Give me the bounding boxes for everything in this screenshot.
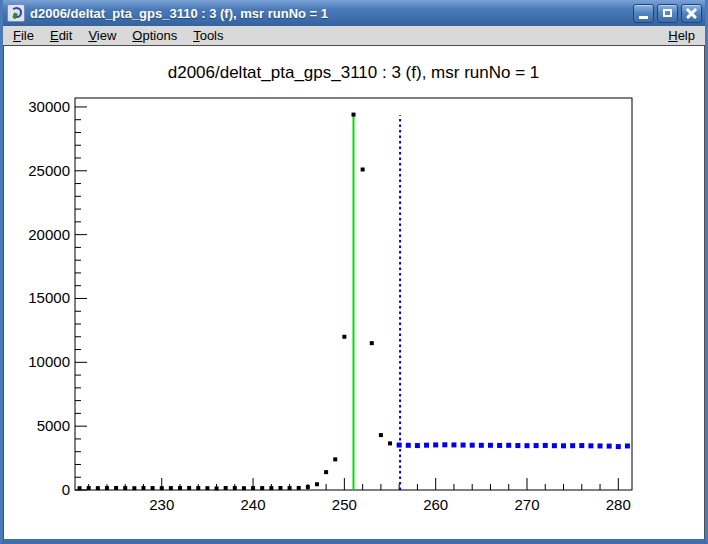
theory-points <box>506 443 511 448</box>
histogram-points <box>269 486 273 490</box>
histogram-points <box>251 486 255 490</box>
y-tick-label: 30000 <box>28 98 70 115</box>
histogram-points <box>224 486 228 490</box>
histogram-points <box>379 433 383 437</box>
histogram-points <box>141 486 145 490</box>
menu-item-edit[interactable]: Edit <box>42 27 80 44</box>
theory-points <box>397 443 402 448</box>
root-canvas-window: d2006/deltat_pta_gps_3110 : 3 (f), msr r… <box>0 0 708 544</box>
y-tick-label: 0 <box>62 481 70 498</box>
theory-points <box>543 443 548 448</box>
menu-left: FileEditViewOptionsTools <box>5 27 660 44</box>
theory-points <box>433 442 438 447</box>
histogram-points <box>205 486 209 490</box>
theory-points <box>451 442 456 447</box>
menu-item-view[interactable]: View <box>80 27 124 44</box>
window-title: d2006/deltat_pta_gps_3110 : 3 (f), msr r… <box>30 6 628 21</box>
histogram-points <box>187 486 191 490</box>
histogram-points <box>87 486 91 490</box>
theory-points <box>515 443 520 448</box>
y-tick-label: 25000 <box>28 162 70 179</box>
theory-points <box>579 443 584 448</box>
histogram-points <box>233 486 237 490</box>
histogram-points <box>288 486 292 490</box>
maximize-button[interactable] <box>657 4 678 23</box>
histogram-points <box>278 486 282 490</box>
title-bar[interactable]: d2006/deltat_pta_gps_3110 : 3 (f), msr r… <box>3 0 705 26</box>
histogram-points <box>123 486 127 490</box>
menu-item-help[interactable]: Help <box>660 27 703 44</box>
theory-points <box>442 442 447 447</box>
root-canvas-plot: d2006/deltat_pta_gps_3110 : 3 (f), msr r… <box>4 46 704 538</box>
menu-right: Help <box>660 27 703 44</box>
minimize-button[interactable] <box>633 4 654 23</box>
minimize-icon <box>639 16 648 19</box>
theory-points <box>415 443 420 448</box>
x-tick-label: 260 <box>423 496 448 513</box>
theory-points <box>534 443 539 448</box>
histogram-points <box>169 486 173 490</box>
y-tick-label: 10000 <box>28 353 70 370</box>
theory-points <box>570 443 575 448</box>
theory-points <box>607 444 612 449</box>
close-button[interactable] <box>681 4 702 23</box>
close-icon <box>685 7 698 20</box>
histogram-points <box>96 486 100 490</box>
histogram-points <box>297 486 301 490</box>
y-tick-label: 20000 <box>28 226 70 243</box>
theory-points <box>524 443 529 448</box>
menu-item-options[interactable]: Options <box>124 27 185 44</box>
theory-points <box>461 443 466 448</box>
theory-points <box>479 443 484 448</box>
histogram-points <box>342 335 346 339</box>
histogram-points <box>160 486 164 490</box>
theory-points <box>616 444 621 449</box>
histogram-points <box>242 486 246 490</box>
menu-bar: FileEditViewOptionsTools Help <box>3 26 705 45</box>
histogram-points <box>388 441 392 445</box>
theory-points <box>497 443 502 448</box>
theory-points <box>588 443 593 448</box>
x-tick-label: 280 <box>606 496 631 513</box>
menu-item-file[interactable]: File <box>5 27 42 44</box>
maximize-icon <box>663 9 672 17</box>
histogram-points <box>178 486 182 490</box>
x-tick-label: 240 <box>241 496 266 513</box>
histogram-points <box>78 486 82 490</box>
theory-points <box>470 443 475 448</box>
histogram-points <box>260 486 264 490</box>
histogram-points <box>352 113 356 117</box>
theory-points <box>625 443 630 448</box>
theory-points <box>561 443 566 448</box>
canvas-area[interactable]: d2006/deltat_pta_gps_3110 : 3 (f), msr r… <box>3 45 705 539</box>
histogram-points <box>306 485 310 489</box>
histogram-points <box>370 341 374 345</box>
x-tick-label: 250 <box>332 496 357 513</box>
histogram-points <box>361 168 365 172</box>
theory-points <box>488 443 493 448</box>
histogram-points <box>132 486 136 490</box>
root-logo-icon <box>7 4 25 22</box>
x-tick-label: 270 <box>514 496 539 513</box>
theory-points <box>406 443 411 448</box>
histogram-points <box>151 486 155 490</box>
theory-points <box>552 443 557 448</box>
histogram-points <box>324 470 328 474</box>
histogram-points <box>315 482 319 486</box>
histogram-points <box>215 486 219 490</box>
theory-points <box>424 443 429 448</box>
histogram-points <box>105 486 109 490</box>
histogram-points <box>114 486 118 490</box>
x-tick-label: 230 <box>149 496 174 513</box>
y-tick-label: 5000 <box>37 417 70 434</box>
plot-title: d2006/deltat_pta_gps_3110 : 3 (f), msr r… <box>168 63 540 82</box>
histogram-points <box>196 486 200 490</box>
menu-item-tools[interactable]: Tools <box>185 27 231 44</box>
theory-points <box>598 443 603 448</box>
y-tick-label: 15000 <box>28 289 70 306</box>
histogram-points <box>333 457 337 461</box>
